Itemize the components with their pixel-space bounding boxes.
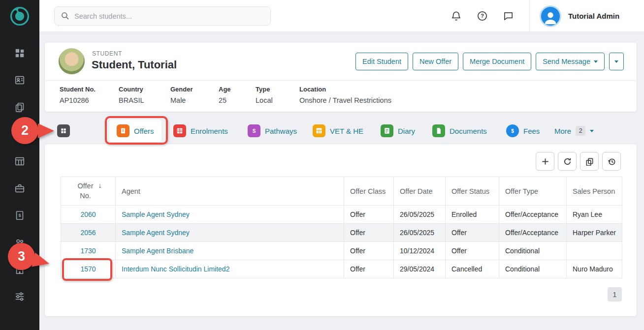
messages-icon[interactable] <box>503 10 514 22</box>
employers-briefcase-icon[interactable] <box>14 182 26 194</box>
invoices-icon[interactable]: $ <box>14 210 26 221</box>
refresh-button[interactable] <box>558 152 577 171</box>
svg-text:$: $ <box>18 213 21 218</box>
user-menu[interactable]: Tutorial Admin <box>540 0 619 32</box>
annotation-arrow-2: 2 <box>11 117 38 144</box>
tab-vet-he[interactable]: VET & HE <box>313 120 363 142</box>
search-input[interactable] <box>74 12 264 20</box>
info-country: Country BRASIL <box>119 86 144 104</box>
svg-text:$: $ <box>511 128 514 134</box>
page-1-button[interactable]: 1 <box>608 287 622 301</box>
logo-swirl-icon <box>9 6 30 27</box>
annotation-arrow-tail <box>32 252 51 270</box>
timetable-icon[interactable] <box>14 155 26 167</box>
info-age: Age 25 <box>219 86 231 104</box>
merge-document-button[interactable]: Merge Document <box>463 53 531 70</box>
tab-diary[interactable]: Diary <box>381 120 415 142</box>
search-icon <box>61 11 70 21</box>
annotation-arrow-3: 3 <box>8 243 35 270</box>
annotation-box-offer-1570 <box>62 258 112 281</box>
annotation-step-number: 3 <box>8 243 35 270</box>
col-agent[interactable]: Agent <box>116 177 344 206</box>
info-type: Type Local <box>256 86 273 104</box>
table-row[interactable]: 1570 Interdum Nunc Sollicitudin Limited2… <box>61 260 622 278</box>
svg-text:S: S <box>253 128 256 134</box>
send-message-button[interactable]: Send Message <box>536 53 605 70</box>
more-count-badge: 2 <box>576 126 585 136</box>
info-gender: Gender Male <box>170 86 193 104</box>
col-offer-type[interactable]: Offer Type <box>499 177 567 206</box>
dashboard-icon[interactable] <box>14 47 26 59</box>
offers-table-card: Offer No. Agent Offer Class Offer Date O… <box>44 144 637 317</box>
offer-no-link[interactable]: 2056 <box>80 229 96 237</box>
student-info-row: Student No. AP10286 Country BRASIL Gende… <box>45 81 637 112</box>
enrolments-tab-icon <box>173 124 186 137</box>
student-summary-card: STUDENT Student, Tutorial Edit Student N… <box>44 42 637 112</box>
student-photo <box>59 48 85 74</box>
diary-tab-icon <box>381 124 393 137</box>
table-row[interactable]: 2056 Sample Agent Sydney Offer 26/05/202… <box>61 224 622 242</box>
offers-pages-icon[interactable] <box>14 101 26 113</box>
notifications-bell-icon[interactable] <box>451 10 462 22</box>
students-icon[interactable] <box>14 74 26 86</box>
table-toolbar <box>536 152 621 171</box>
tab-enrolments[interactable]: Enrolments <box>173 120 228 142</box>
svg-text:?: ? <box>481 13 484 19</box>
student-name: Student, Tutorial <box>92 59 177 71</box>
sidebar: $ <box>0 0 39 330</box>
add-offer-button[interactable] <box>536 152 554 171</box>
annotation-box-offers-tab <box>105 116 168 145</box>
info-location: Location Onshore / Travel Restrictions <box>299 86 391 104</box>
settings-sliders-icon[interactable] <box>14 291 26 302</box>
agent-link[interactable]: Sample Agent Sydney <box>122 229 190 237</box>
chevron-down-icon <box>590 130 594 132</box>
table-row[interactable]: 1730 Sample Agent Brisbane Offer 10/12/2… <box>61 242 622 260</box>
agent-link[interactable]: Interdum Nunc Sollicitudin Limited2 <box>122 265 229 273</box>
tab-more[interactable]: More 2 <box>554 120 594 142</box>
user-avatar-icon <box>540 5 561 27</box>
offer-no-link[interactable]: 1730 <box>80 247 96 255</box>
col-offer-date[interactable]: Offer Date <box>394 177 446 206</box>
vet-he-tab-icon <box>313 124 325 137</box>
tab-hidden[interactable] <box>57 120 70 142</box>
info-student-no: Student No. AP10286 <box>60 86 96 104</box>
table-header-row: Offer No. Agent Offer Class Offer Date O… <box>61 177 622 206</box>
edit-student-button[interactable]: Edit Student <box>355 53 408 70</box>
history-button[interactable] <box>602 152 621 171</box>
pagination: 1 <box>608 287 622 301</box>
copy-button[interactable] <box>580 152 599 171</box>
offers-table: Offer No. Agent Offer Class Offer Date O… <box>61 177 622 278</box>
tab-fees[interactable]: $ Fees <box>506 120 540 142</box>
more-actions-dropdown-button[interactable] <box>609 53 624 70</box>
col-offer-no[interactable]: Offer No. <box>61 177 116 206</box>
agent-link[interactable]: Sample Agent Brisbane <box>122 247 193 255</box>
annotation-arrow-tail <box>38 123 54 138</box>
topbar-divider <box>529 0 530 32</box>
tab-documents[interactable]: Documents <box>432 120 487 142</box>
app-screen: $ ? <box>0 0 644 330</box>
pathways-tab-icon: S <box>248 124 260 137</box>
col-sales-person[interactable]: Sales Person <box>567 177 622 206</box>
student-head: STUDENT Student, Tutorial Edit Student N… <box>45 42 637 81</box>
user-name: Tutorial Admin <box>568 12 619 20</box>
documents-tab-icon <box>432 124 445 137</box>
tab-pathways[interactable]: S Pathways <box>248 120 297 142</box>
col-offer-class[interactable]: Offer Class <box>344 177 394 206</box>
tab-hidden-icon <box>57 124 70 137</box>
annotation-step-number: 2 <box>11 117 38 144</box>
student-actions: Edit Student New Offer Merge Document Se… <box>355 53 624 70</box>
help-icon[interactable]: ? <box>477 10 488 22</box>
chevron-down-icon <box>614 60 618 63</box>
agent-link[interactable]: Sample Agent Sydney <box>122 210 190 218</box>
student-search[interactable] <box>54 6 271 26</box>
student-eyebrow: STUDENT <box>92 50 122 57</box>
sort-descending-icon[interactable] <box>98 181 102 189</box>
app-logo[interactable] <box>0 0 39 32</box>
new-offer-button[interactable]: New Offer <box>413 53 458 70</box>
chevron-down-icon <box>594 60 598 63</box>
table-row[interactable]: 2060 Sample Agent Sydney Offer 26/05/202… <box>61 206 622 224</box>
col-offer-status[interactable]: Offer Status <box>446 177 499 206</box>
topbar: ? Tutorial Admin <box>39 0 644 32</box>
offer-no-link[interactable]: 2060 <box>80 210 96 218</box>
topbar-icon-group: ? <box>451 10 514 22</box>
